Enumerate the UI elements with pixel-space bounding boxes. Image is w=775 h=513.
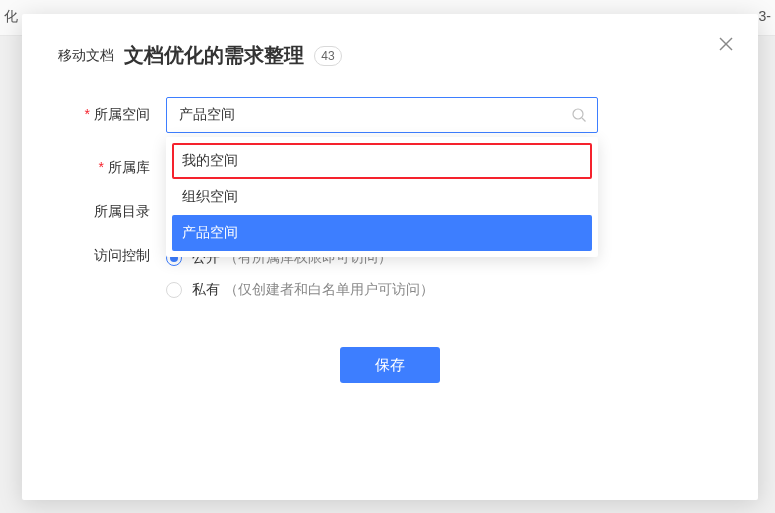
dropdown-item-label: 产品空间 [182, 224, 238, 242]
label-space-text: 所属空间 [94, 106, 150, 122]
dropdown-item-product-space[interactable]: 产品空间 [172, 215, 592, 251]
header-prefix: 移动文档 [58, 47, 114, 65]
radio-indicator [166, 282, 182, 298]
radio-private-desc: （仅创建者和白名单用户可访问） [224, 281, 434, 299]
label-access-text: 访问控制 [94, 247, 150, 263]
required-marker: * [99, 159, 104, 175]
radio-private[interactable]: 私有 （仅创建者和白名单用户可访问） [166, 281, 434, 299]
svg-line-3 [582, 118, 586, 122]
label-access: 访问控制 [58, 247, 166, 265]
space-select-wrap: 产品空间 我的空间 组织空间 产品空间 [166, 97, 598, 133]
modal-footer: 保存 [58, 325, 722, 383]
svg-point-2 [573, 109, 583, 119]
count-badge: 43 [314, 46, 342, 66]
dropdown-item-my-space[interactable]: 我的空间 [172, 143, 592, 179]
close-icon [718, 36, 734, 52]
search-icon [571, 107, 587, 123]
label-library: *所属库 [58, 159, 166, 177]
label-directory-text: 所属目录 [94, 203, 150, 219]
form: *所属空间 产品空间 我的空间 组织空间 [22, 89, 758, 383]
label-space: *所属空间 [58, 106, 166, 124]
bg-left-fragment: 化 [4, 8, 18, 26]
bg-right-fragment: 3- [759, 8, 771, 24]
label-directory: 所属目录 [58, 203, 166, 221]
dropdown-item-label: 我的空间 [182, 152, 238, 170]
move-document-modal: 移动文档 文档优化的需求整理 43 *所属空间 产品空间 我的空间 [22, 14, 758, 500]
label-library-text: 所属库 [108, 159, 150, 175]
modal-header: 移动文档 文档优化的需求整理 43 [22, 14, 758, 89]
space-select-value: 产品空间 [179, 106, 235, 124]
page-title: 文档优化的需求整理 [124, 42, 304, 69]
row-space: *所属空间 产品空间 我的空间 组织空间 [58, 97, 722, 133]
space-select[interactable]: 产品空间 [166, 97, 598, 133]
required-marker: * [85, 106, 90, 122]
radio-private-label: 私有 [192, 281, 220, 299]
save-button[interactable]: 保存 [340, 347, 440, 383]
space-dropdown: 我的空间 组织空间 产品空间 [166, 137, 598, 257]
close-button[interactable] [714, 32, 738, 56]
dropdown-item-label: 组织空间 [182, 188, 238, 206]
dropdown-item-org-space[interactable]: 组织空间 [172, 179, 592, 215]
